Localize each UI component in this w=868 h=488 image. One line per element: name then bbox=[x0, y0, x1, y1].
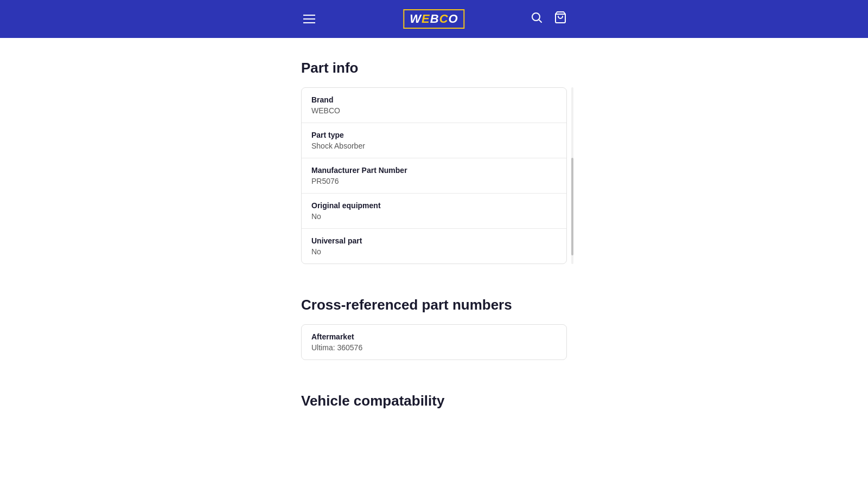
vehicle-compat-section: Vehicle compatability bbox=[301, 393, 567, 409]
table-row: Brand WEBCO bbox=[302, 88, 566, 123]
svg-line-1 bbox=[539, 20, 541, 22]
brand-label: Brand bbox=[311, 95, 557, 104]
part-type-label: Part type bbox=[311, 131, 557, 139]
vehicle-compat-title: Vehicle compatability bbox=[301, 393, 567, 409]
cross-ref-title: Cross-referenced part numbers bbox=[301, 297, 567, 313]
original-equipment-label: Original equipment bbox=[311, 201, 557, 210]
table-row: Original equipment No bbox=[302, 194, 566, 229]
svg-point-0 bbox=[532, 13, 540, 21]
table-row: Aftermarket Ultima: 360576 bbox=[302, 325, 566, 359]
part-info-title: Part info bbox=[301, 60, 567, 76]
main-content: Part info Brand WEBCO Part type Shock Ab… bbox=[301, 38, 567, 442]
manufacturer-part-number-value: PR5076 bbox=[311, 177, 557, 185]
cart-icon[interactable] bbox=[554, 11, 567, 27]
aftermarket-label: Aftermarket bbox=[311, 332, 557, 341]
table-row: Universal part No bbox=[302, 229, 566, 264]
original-equipment-value: No bbox=[311, 212, 557, 221]
header: WEBCO bbox=[0, 0, 868, 38]
header-icons bbox=[530, 11, 567, 27]
search-icon[interactable] bbox=[530, 11, 543, 27]
brand-value: WEBCO bbox=[311, 106, 557, 115]
scrollbar-track bbox=[571, 87, 573, 264]
hamburger-menu-button[interactable] bbox=[301, 12, 317, 25]
part-type-value: Shock Absorber bbox=[311, 142, 557, 150]
part-info-table: Brand WEBCO Part type Shock Absorber Man… bbox=[301, 87, 567, 264]
cross-ref-table: Aftermarket Ultima: 360576 bbox=[301, 324, 567, 360]
manufacturer-part-number-label: Manufacturer Part Number bbox=[311, 166, 557, 175]
scrollbar-thumb[interactable] bbox=[571, 158, 573, 255]
part-info-table-wrapper: Brand WEBCO Part type Shock Absorber Man… bbox=[301, 87, 567, 264]
aftermarket-value: Ultima: 360576 bbox=[311, 343, 557, 352]
table-row: Part type Shock Absorber bbox=[302, 123, 566, 158]
universal-part-label: Universal part bbox=[311, 236, 557, 245]
logo[interactable]: WEBCO bbox=[403, 9, 464, 29]
cross-ref-section: Cross-referenced part numbers Aftermarke… bbox=[301, 297, 567, 360]
table-row: Manufacturer Part Number PR5076 bbox=[302, 158, 566, 194]
universal-part-value: No bbox=[311, 247, 557, 256]
